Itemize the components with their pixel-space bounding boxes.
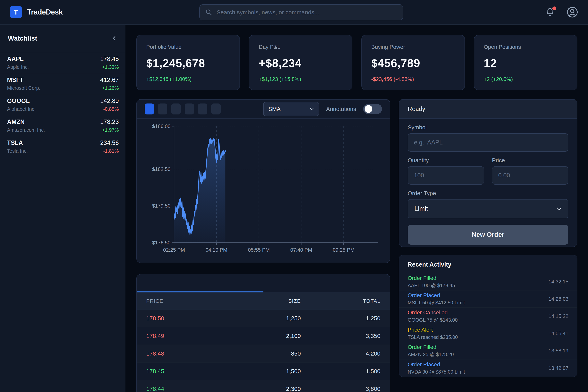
activity-item: Order Filled AMZN 25 @ $178.20 13:58:19 [399,342,577,360]
watchlist-header: Watchlist [0,25,125,52]
indicator-select[interactable]: SMA [263,102,319,116]
stat-value: 12 [484,56,568,70]
depth-size: 1,500 [224,368,301,374]
table-row[interactable]: 178.44 2,300 3,800 [137,380,390,392]
watchlist-item[interactable]: AMZN Amazon.com Inc. 178.23 +1.97% [0,115,125,136]
timeframe-button[interactable] [158,104,168,114]
price-chart-svg[interactable]: $186.00$182.50$179.50$176.5002:25 PM04:1… [145,123,382,258]
svg-text:$182.50: $182.50 [152,166,170,172]
activity-item: Order Placed NVDA 30 @ $875.00 Limit 13:… [399,360,577,377]
account-button[interactable] [566,6,578,18]
depth-total: 1,500 [301,368,380,374]
quantity-field[interactable] [408,166,484,185]
symbol-label: Symbol [408,124,568,131]
depth-total: 3,800 [301,386,380,392]
activity-time: 13:58:19 [548,348,568,354]
activity-detail: GOOGL 75 @ $143.00 [408,317,458,323]
depth-size: 850 [224,350,301,357]
watchlist-company: Alphabet Inc. [7,106,36,112]
depth-total: 3,350 [301,332,380,339]
activity-time: 13:42:07 [548,365,568,371]
depth-price: 178.44 [146,386,224,392]
watchlist-price: 142.89 [100,98,119,104]
chevron-down-icon [309,108,314,110]
activity-type: Price Alert [408,327,458,333]
global-search[interactable] [199,4,403,20]
stat-label: Day P&L [259,44,342,50]
watchlist-company: Apple Inc. [7,64,29,70]
watchlist-price: 412.67 [100,76,119,84]
watchlist-company: Tesla Inc. [7,148,28,154]
activity-detail: AMZN 25 @ $178.20 [408,352,454,357]
stat-card: Portfolio Value $1,245,678 +$12,345 (+1.… [136,35,240,90]
price-field[interactable] [492,166,568,185]
timeframe-button[interactable] [171,104,181,114]
top-bar: T TradeDesk [0,0,588,25]
timeframe-button[interactable] [211,104,221,114]
depth-tab[interactable] [137,274,264,292]
watchlist-price: 178.45 [100,56,119,62]
column-size: SIZE [224,298,301,304]
depth-total: 4,200 [301,350,380,357]
watchlist-symbol: MSFT [7,76,40,84]
depth-table-header: PRICE SIZE TOTAL [137,292,390,310]
stats-row: Portfolio Value $1,245,678 +$12,345 (+1.… [136,35,578,90]
order-type-label: Order Type [408,190,568,196]
activity-detail: NVDA 30 @ $875.00 Limit [408,369,465,375]
stat-value: $456,789 [371,56,455,70]
search-icon [205,9,212,16]
table-row[interactable]: 178.50 1,250 1,250 [137,310,390,327]
search-input[interactable] [216,9,397,16]
activity-type: Order Filled [408,275,455,281]
watchlist-symbol: AMZN [7,118,45,126]
chevron-down-icon [557,207,562,210]
watchlist-item[interactable]: AAPL Apple Inc. 178.45 +1.33% [0,52,125,73]
order-type-select[interactable]: Limit [408,199,568,218]
chart-toolbar: SMA Annotations [137,100,390,119]
stat-label: Open Positions [484,44,568,50]
indicator-selected-value: SMA [268,106,281,112]
activity-time: 14:05:41 [548,330,568,336]
svg-text:04:10 PM: 04:10 PM [206,247,227,253]
watchlist-item[interactable]: GOOGL Alphabet Inc. 142.89 -0.85% [0,94,125,115]
depth-tab[interactable] [264,274,390,292]
table-row[interactable]: 178.49 2,100 3,350 [137,327,390,345]
stat-change: +$1,123 (+15.8%) [259,76,342,82]
watchlist-price: 234.56 [100,139,119,146]
table-row[interactable]: 178.45 1,500 1,500 [137,362,390,380]
timeframe-button[interactable] [185,104,194,114]
new-order-button[interactable]: New Order [408,224,568,244]
order-type-value: Limit [414,205,428,212]
watchlist-company: Microsoft Corp. [7,85,40,91]
watchlist-price: 178.23 [100,118,119,126]
table-row[interactable]: 178.48 850 4,200 [137,345,390,362]
watchlist-item[interactable]: MSFT Microsoft Corp. 412.67 +1.26% [0,73,125,94]
depth-price: 178.45 [146,368,224,374]
quantity-label: Quantity [408,157,484,164]
watchlist-change: -1.81% [100,148,119,154]
activity-item: Order Cancelled GOOGL 75 @ $143.00 14:15… [399,308,577,325]
timeframe-buttons [145,104,221,114]
depth-size: 2,300 [224,386,301,392]
watchlist-change: +1.97% [100,127,119,133]
depth-price: 178.50 [146,315,224,322]
notifications-button[interactable] [545,7,555,18]
watchlist-item[interactable]: TSLA Tesla Inc. 234.56 -1.81% [0,136,125,157]
timeframe-button[interactable] [145,104,154,114]
stat-change: +2 (+20.0%) [484,76,568,82]
activity-type: Order Filled [408,344,454,350]
toggle-knob [364,105,372,113]
activity-type: Order Cancelled [408,310,458,316]
stat-card: Open Positions 12 +2 (+20.0%) [474,35,578,90]
symbol-field[interactable] [408,133,568,152]
svg-text:07:40 PM: 07:40 PM [290,247,312,253]
timeframe-button[interactable] [198,104,207,114]
stat-change: +$12,345 (+1.00%) [146,76,230,82]
collapse-sidebar-icon[interactable] [111,36,117,41]
activity-type: Order Placed [408,362,465,368]
column-price: PRICE [146,298,224,304]
watchlist-symbol: TSLA [7,139,28,146]
svg-text:$179.50: $179.50 [152,203,170,209]
annotations-toggle[interactable] [363,104,382,114]
watchlist-change: -0.85% [100,106,119,112]
